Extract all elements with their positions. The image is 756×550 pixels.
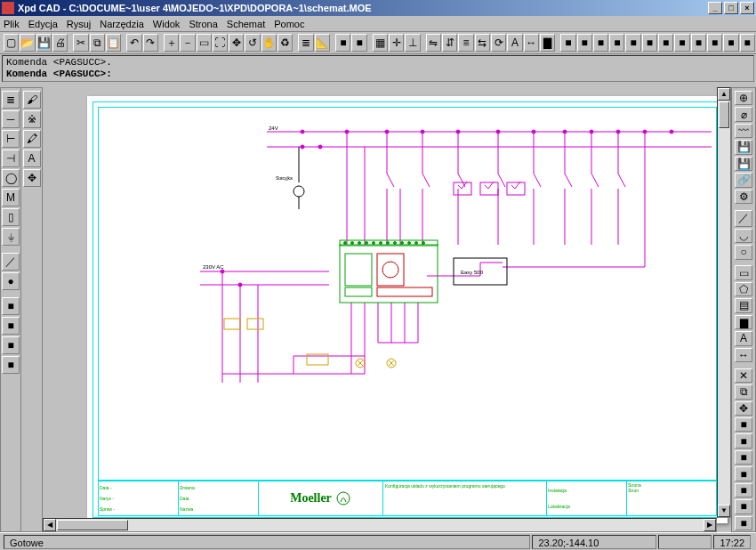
dim-button[interactable]: ↔ bbox=[524, 34, 539, 52]
extend-button[interactable]: ■ bbox=[735, 483, 752, 497]
save2-button[interactable]: 💾 bbox=[735, 157, 752, 171]
brush-button[interactable]: 🖍 bbox=[23, 130, 41, 148]
horizontal-scrollbar[interactable]: ◀ ▶ bbox=[43, 518, 717, 532]
paint-button[interactable]: 🖌 bbox=[23, 91, 41, 109]
zoom-extents-button[interactable]: ⛶ bbox=[213, 34, 228, 52]
zoom-out-button[interactable]: － bbox=[180, 34, 195, 52]
del-button[interactable]: ✕ bbox=[735, 368, 752, 383]
sym8-button[interactable]: ■ bbox=[674, 34, 689, 52]
block1-button[interactable]: ■ bbox=[2, 297, 20, 315]
copy-button[interactable]: ⧉ bbox=[90, 34, 105, 52]
scroll-right-button[interactable]: ▶ bbox=[704, 519, 716, 531]
hatch-button[interactable]: ▤ bbox=[735, 298, 752, 312]
tool-b-button[interactable]: ■ bbox=[351, 34, 366, 52]
sym10-button[interactable]: ■ bbox=[707, 34, 722, 52]
break-button[interactable]: ■ bbox=[735, 499, 752, 514]
sym7-button[interactable]: ■ bbox=[658, 34, 673, 52]
scale-button[interactable]: ■ bbox=[735, 450, 752, 465]
mirror-button[interactable]: ⇆ bbox=[475, 34, 490, 52]
zoom-in-button[interactable]: ＋ bbox=[164, 34, 179, 52]
zoom-prev-button[interactable]: ↺ bbox=[245, 34, 260, 52]
screw-button[interactable]: ⌀ bbox=[735, 107, 752, 121]
ref-button[interactable]: ※ bbox=[23, 110, 41, 128]
save-button[interactable]: 💾 bbox=[36, 34, 52, 52]
measure-button[interactable]: 📐 bbox=[315, 34, 330, 52]
sym4-button[interactable]: ■ bbox=[609, 34, 624, 52]
menu-edycja[interactable]: Edycja bbox=[28, 19, 58, 29]
sym6-button[interactable]: ■ bbox=[642, 34, 657, 52]
contact-nc-button[interactable]: ⊣ bbox=[2, 150, 20, 167]
menu-pomoc[interactable]: Pomoc bbox=[274, 19, 304, 29]
print-button[interactable]: 🖨 bbox=[52, 34, 68, 52]
menu-narzedzia[interactable]: Narzędzia bbox=[100, 19, 144, 29]
text-button[interactable]: A bbox=[23, 150, 41, 167]
hscroll-thumb[interactable] bbox=[57, 520, 128, 530]
sym1-button[interactable]: ■ bbox=[560, 34, 575, 52]
trim-button[interactable]: ■ bbox=[735, 466, 752, 481]
rotate-button[interactable]: ⟳ bbox=[491, 34, 506, 52]
flip-v-button[interactable]: ⇵ bbox=[442, 34, 457, 52]
line-button[interactable]: ／ bbox=[2, 253, 20, 271]
regen-button[interactable]: ♻ bbox=[277, 34, 293, 52]
close-button[interactable]: × bbox=[740, 2, 754, 14]
net-button[interactable]: 🔗 bbox=[735, 173, 752, 187]
tool-a-button[interactable]: ■ bbox=[335, 34, 350, 52]
copy2-button[interactable]: ⧉ bbox=[735, 384, 752, 399]
minimize-button[interactable]: _ bbox=[708, 2, 722, 14]
connect-button[interactable]: ● bbox=[2, 272, 20, 290]
block2-button[interactable]: ■ bbox=[2, 317, 20, 335]
redo-button[interactable]: ↷ bbox=[143, 34, 158, 52]
command-input[interactable] bbox=[117, 68, 473, 80]
sym11-button[interactable]: ■ bbox=[723, 34, 738, 52]
vscroll-thumb[interactable] bbox=[719, 101, 729, 128]
prop-button[interactable]: ⚙ bbox=[735, 190, 752, 204]
motor-button[interactable]: M bbox=[2, 189, 20, 206]
block3-button[interactable]: ■ bbox=[2, 336, 20, 354]
disk-button[interactable]: 💾 bbox=[735, 140, 752, 154]
menu-plik[interactable]: Plik bbox=[4, 19, 20, 29]
scroll-down-button[interactable]: ▼ bbox=[718, 505, 730, 517]
scroll-left-button[interactable]: ◀ bbox=[44, 519, 56, 531]
rot2-button[interactable]: ■ bbox=[735, 417, 752, 432]
insert-button[interactable]: ⊕ bbox=[735, 91, 752, 105]
flip-h-button[interactable]: ⇋ bbox=[426, 34, 441, 52]
move2-button[interactable]: ✥ bbox=[735, 401, 752, 416]
circle-button[interactable]: ○ bbox=[735, 245, 752, 259]
drawing-sheet[interactable]: Easy 500 Stacyjka bbox=[87, 96, 728, 523]
pan-button[interactable]: ✥ bbox=[229, 34, 244, 52]
coil-button[interactable]: ◯ bbox=[2, 169, 20, 187]
paste-button[interactable]: 📋 bbox=[106, 34, 121, 52]
join-button[interactable]: ■ bbox=[735, 516, 752, 530]
scroll-up-button[interactable]: ▲ bbox=[718, 88, 730, 101]
sym3-button[interactable]: ■ bbox=[593, 34, 608, 52]
cut-button[interactable]: ✂ bbox=[73, 34, 88, 52]
menu-schemat[interactable]: Schemat bbox=[227, 19, 265, 29]
poly-button[interactable]: ⬠ bbox=[735, 282, 752, 296]
menu-strona[interactable]: Strona bbox=[189, 19, 217, 29]
move-button[interactable]: ✥ bbox=[23, 169, 41, 187]
rect-button[interactable]: ▭ bbox=[735, 265, 752, 279]
cable-button[interactable]: 〰 bbox=[735, 124, 752, 138]
menu-widok[interactable]: Widok bbox=[153, 19, 181, 29]
contact-no-button[interactable]: ⊢ bbox=[2, 130, 20, 148]
line-button[interactable]: ／ bbox=[735, 210, 752, 227]
text2-button[interactable]: A bbox=[735, 331, 752, 345]
open-button[interactable]: 📂 bbox=[20, 34, 35, 52]
align-button[interactable]: ≡ bbox=[458, 34, 473, 52]
menu-rysuj[interactable]: Rysuj bbox=[67, 19, 92, 29]
color-button[interactable]: ▇ bbox=[540, 34, 555, 52]
zoom-window-button[interactable]: ▭ bbox=[197, 34, 212, 52]
snap-button[interactable]: ✛ bbox=[389, 34, 404, 52]
sym2-button[interactable]: ■ bbox=[577, 34, 592, 52]
new-button[interactable]: ▢ bbox=[4, 34, 19, 52]
sym5-button[interactable]: ■ bbox=[625, 34, 640, 52]
ground-button[interactable]: ⏚ bbox=[2, 228, 20, 246]
text-button[interactable]: A bbox=[507, 34, 522, 52]
vertical-scrollbar[interactable]: ▲ ▼ bbox=[717, 87, 731, 518]
hand-button[interactable]: ✋ bbox=[261, 34, 277, 52]
block4-button[interactable]: ■ bbox=[2, 356, 20, 374]
wire-button[interactable]: ─ bbox=[2, 110, 20, 128]
mirr2-button[interactable]: ■ bbox=[735, 433, 752, 448]
layer-button[interactable]: ≣ bbox=[298, 34, 313, 52]
sym9-button[interactable]: ■ bbox=[691, 34, 706, 52]
